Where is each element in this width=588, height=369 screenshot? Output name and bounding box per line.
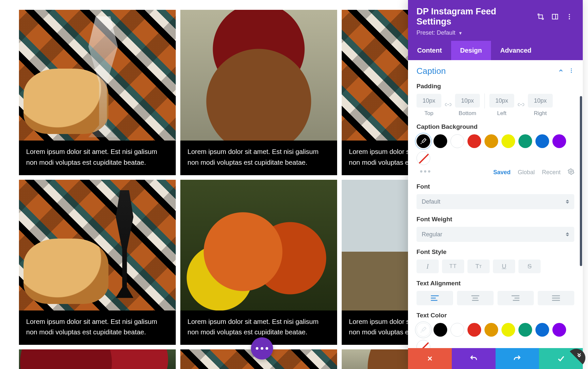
- settings-panel: DP Instagram Feed Settings Preset: Defau…: [408, 0, 583, 369]
- swatch-yellow[interactable]: [501, 323, 515, 337]
- swatch-white[interactable]: [450, 134, 464, 148]
- align-right-button[interactable]: [498, 291, 534, 305]
- text-color-swatches: [416, 323, 574, 348]
- svg-point-4: [569, 16, 570, 17]
- caption-bg-label: Caption Background: [416, 123, 574, 130]
- swatch-red[interactable]: [467, 134, 481, 148]
- font-weight-select[interactable]: Regular: [416, 227, 574, 242]
- swatch-teal[interactable]: [518, 323, 532, 337]
- font-style-label: Font Style: [416, 248, 574, 256]
- color-picker-button[interactable]: [416, 323, 430, 337]
- redo-button[interactable]: [496, 348, 539, 369]
- more-colors-icon[interactable]: •••: [420, 166, 432, 176]
- tab-advanced[interactable]: Advanced: [491, 41, 541, 60]
- smallcaps-toggle[interactable]: TT: [467, 260, 490, 273]
- preset-selector[interactable]: Preset: Default ▼: [416, 29, 574, 36]
- strikethrough-toggle[interactable]: S: [518, 260, 541, 273]
- font-weight-value: Regular: [422, 231, 442, 238]
- swatch-purple[interactable]: [552, 134, 566, 148]
- padding-top-input[interactable]: [416, 94, 441, 108]
- padding-left-sublabel: Left: [497, 110, 506, 117]
- expand-icon[interactable]: [536, 12, 546, 22]
- section-title: Caption: [416, 66, 446, 76]
- sort-icon: [566, 232, 569, 236]
- feed-caption: Lorem ipsum dolor sit amet. Est nisi gal…: [180, 141, 337, 175]
- palette-tab-global[interactable]: Global: [518, 169, 535, 176]
- feed-item[interactable]: Lorem ipsum dolor sit amet. Est nisi gal…: [19, 180, 176, 345]
- dot-icon: [261, 347, 263, 350]
- palette-tabs: Saved Global Recent: [493, 168, 574, 176]
- svg-rect-0: [539, 15, 543, 19]
- swatch-orange[interactable]: [484, 323, 498, 337]
- swatch-black[interactable]: [433, 323, 447, 337]
- uppercase-toggle[interactable]: TT: [442, 260, 464, 273]
- color-picker-button[interactable]: [416, 134, 430, 148]
- padding-bottom-input[interactable]: [455, 94, 480, 108]
- panel-body[interactable]: Caption Padding Top Bottom: [408, 60, 583, 348]
- divider: [484, 93, 485, 109]
- text-align-buttons: [416, 291, 574, 305]
- padding-bottom-sublabel: Bottom: [459, 110, 476, 117]
- preset-value: Default: [437, 29, 455, 36]
- sort-icon: [566, 200, 569, 204]
- panel-footer: [408, 348, 583, 369]
- font-value: Default: [422, 198, 440, 205]
- panel-title: DP Instagram Feed Settings: [416, 7, 531, 27]
- swatch-transparent[interactable]: [416, 151, 430, 165]
- feed-thumbnail: [19, 180, 176, 310]
- padding-label: Padding: [416, 83, 574, 90]
- padding-controls: Top Bottom Left: [416, 94, 574, 117]
- padding-right-input[interactable]: [528, 94, 553, 108]
- undo-button[interactable]: [452, 348, 496, 369]
- kebab-icon[interactable]: [564, 12, 574, 22]
- dot-icon: [256, 347, 258, 350]
- swatch-white[interactable]: [450, 323, 464, 337]
- swatch-orange[interactable]: [484, 134, 498, 148]
- cancel-button[interactable]: [408, 348, 452, 369]
- feed-item[interactable]: Lorem ipsum dolor sit amet. Est nisi gal…: [19, 349, 176, 369]
- text-align-label: Text Alignment: [416, 280, 574, 287]
- kebab-icon[interactable]: [568, 68, 574, 75]
- link-values-icon[interactable]: [445, 101, 452, 109]
- align-left-button[interactable]: [416, 291, 453, 305]
- underline-toggle[interactable]: U: [493, 260, 515, 273]
- align-justify-button[interactable]: [538, 291, 574, 305]
- preset-label: Preset:: [416, 29, 435, 36]
- swatch-yellow[interactable]: [501, 134, 515, 148]
- tab-design[interactable]: Design: [451, 41, 491, 60]
- chevron-down-icon: ▼: [458, 31, 463, 36]
- chevron-up-icon[interactable]: [558, 68, 564, 75]
- swatch-black[interactable]: [433, 134, 447, 148]
- font-select[interactable]: Default: [416, 194, 574, 209]
- page-actions-fab[interactable]: [251, 337, 273, 360]
- palette-tab-saved[interactable]: Saved: [493, 169, 511, 176]
- palette-tab-recent[interactable]: Recent: [542, 169, 561, 176]
- feed-item[interactable]: Lorem ipsum dolor sit amet. Est nisi gal…: [19, 10, 176, 175]
- align-center-button[interactable]: [457, 291, 494, 305]
- link-values-icon[interactable]: [517, 101, 525, 109]
- swatch-teal[interactable]: [518, 134, 532, 148]
- font-label: Font: [416, 183, 574, 190]
- padding-top-sublabel: Top: [424, 110, 433, 117]
- feed-thumbnail: [19, 10, 176, 141]
- italic-toggle[interactable]: I: [416, 260, 439, 273]
- swatch-purple[interactable]: [552, 323, 566, 337]
- swatch-transparent[interactable]: [416, 340, 430, 348]
- feed-caption: Lorem ipsum dolor sit amet. Est nisi gal…: [19, 310, 176, 345]
- feed-thumbnail: [180, 10, 337, 141]
- scrollbar[interactable]: [580, 96, 582, 266]
- svg-point-7: [571, 70, 572, 71]
- padding-left-input[interactable]: [489, 94, 514, 108]
- swatch-blue[interactable]: [535, 323, 549, 337]
- panel-header: DP Instagram Feed Settings Preset: Defau…: [408, 0, 583, 41]
- swatch-blue[interactable]: [535, 134, 549, 148]
- feed-item[interactable]: Lorem ipsum dolor sit amet. Est nisi gal…: [180, 180, 337, 345]
- snap-icon[interactable]: [550, 12, 560, 22]
- section-header[interactable]: Caption: [416, 66, 574, 76]
- tab-content[interactable]: Content: [408, 41, 451, 60]
- padding-right-sublabel: Right: [534, 110, 547, 117]
- swatch-red[interactable]: [467, 323, 481, 337]
- feed-item[interactable]: Lorem ipsum dolor sit amet. Est nisi gal…: [180, 10, 337, 175]
- gear-icon[interactable]: [568, 168, 574, 176]
- feed-caption: Lorem ipsum dolor sit amet. Est nisi gal…: [19, 141, 176, 175]
